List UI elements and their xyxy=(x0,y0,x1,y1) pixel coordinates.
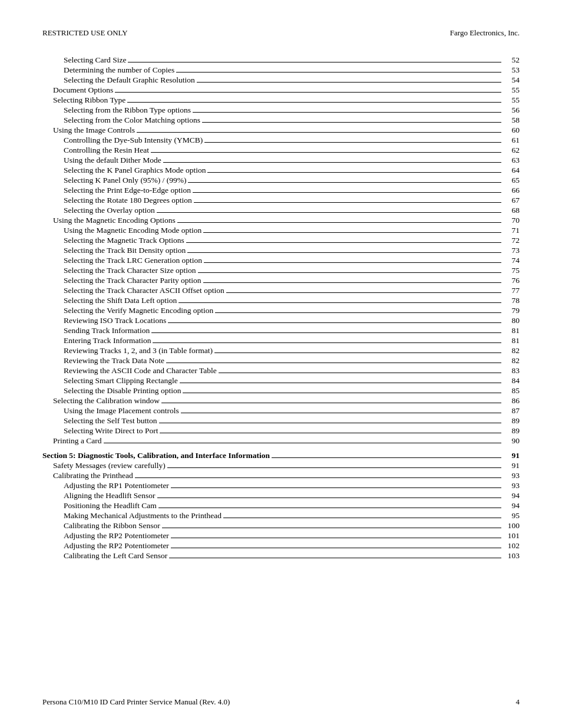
toc-row: Entering Track Information81 xyxy=(42,336,520,345)
footer: Persona C10/M10 ID Card Printer Service … xyxy=(42,697,520,707)
toc-dots xyxy=(159,423,501,423)
toc-row: Selecting K Panel Only (95%) / (99%)65 xyxy=(42,176,520,185)
toc-page: 90 xyxy=(503,436,520,446)
toc-label: Using the Magnetic Encoding Mode option xyxy=(42,226,201,235)
toc-dots xyxy=(193,192,501,193)
toc-label: Using the default Dither Mode xyxy=(42,156,161,165)
toc-page: 67 xyxy=(503,196,520,205)
toc-page: 56 xyxy=(503,106,520,115)
toc-page: 62 xyxy=(503,146,520,155)
toc-row: Selecting the Disable Printing option85 xyxy=(42,386,520,396)
toc-dots xyxy=(203,232,501,233)
toc-row: Reviewing the Track Data Note82 xyxy=(42,356,520,365)
toc-row: Using the Image Placement controls87 xyxy=(42,406,520,416)
toc-row: Section 5: Diagnostic Tools, Calibration… xyxy=(42,451,520,460)
header: RESTRICTED USE ONLY Fargo Electronics, I… xyxy=(42,28,520,38)
toc-dots xyxy=(153,342,501,343)
toc-page: 73 xyxy=(503,246,520,255)
toc-dots xyxy=(171,548,501,548)
toc-page: 89 xyxy=(503,416,520,426)
toc-label: Selecting Smart Clipping Rectangle xyxy=(42,376,178,386)
toc-dots xyxy=(157,212,501,213)
toc-label: Selecting the Default Graphic Resolution xyxy=(42,75,195,85)
toc-label: Controlling the Resin Heat xyxy=(42,146,149,155)
toc-dots xyxy=(197,82,501,83)
toc-row: Using the Magnetic Encoding Mode option7… xyxy=(42,226,520,235)
toc-row: Selecting the Self Test button89 xyxy=(42,416,520,426)
toc-page: 86 xyxy=(503,396,520,406)
toc-dots xyxy=(183,393,501,393)
toc-row: Adjusting the RP2 Potentiometer102 xyxy=(42,541,520,551)
toc-page: 84 xyxy=(503,376,520,386)
toc-row: Making Mechanical Adjustments to the Pri… xyxy=(42,511,520,521)
toc-page: 93 xyxy=(503,471,520,480)
toc-label: Selecting the Track Bit Density option xyxy=(42,246,186,255)
toc-page: 93 xyxy=(503,481,520,490)
toc-dots xyxy=(171,487,501,488)
toc-dots xyxy=(207,172,501,173)
toc-label: Selecting the Track Character ASCII Offs… xyxy=(42,286,224,295)
toc-label: Selecting Write Direct to Port xyxy=(42,426,158,436)
toc-label: Selecting from the Color Matching option… xyxy=(42,116,200,125)
toc-page: 68 xyxy=(503,206,520,215)
toc-label: Selecting the Calibration window xyxy=(42,396,160,406)
toc-dots xyxy=(166,363,501,363)
toc-dots xyxy=(135,477,501,478)
toc-row: Aligning the Headlift Sensor94 xyxy=(42,491,520,500)
toc-dots xyxy=(104,443,502,443)
toc-label: Using the Image Placement controls xyxy=(42,406,179,416)
toc-row: Selecting the Overlay option68 xyxy=(42,206,520,215)
toc-page: 100 xyxy=(503,521,520,531)
toc-label: Document Options xyxy=(42,85,113,95)
toc-dots xyxy=(194,202,501,203)
toc-row: Selecting the Track LRC Generation optio… xyxy=(42,256,520,265)
toc-page: 103 xyxy=(503,551,520,561)
toc-page: 78 xyxy=(503,296,520,305)
toc-label: Selecting the Print Edge-to-Edge option xyxy=(42,186,191,195)
toc-page: 54 xyxy=(503,75,520,85)
toc-page: 95 xyxy=(503,511,520,521)
toc-row: Using the default Dither Mode63 xyxy=(42,156,520,165)
toc-label: Selecting the Magnetic Track Options xyxy=(42,236,184,245)
toc-row: Safety Messages (review carefully)91 xyxy=(42,461,520,470)
toc-row: Calibrating the Left Card Sensor103 xyxy=(42,551,520,561)
toc-label: Selecting the Verify Magnetic Encoding o… xyxy=(42,306,213,315)
toc-row: Selecting the Track Character Size optio… xyxy=(42,266,520,275)
toc-page: 53 xyxy=(503,65,520,75)
toc-page: 85 xyxy=(503,386,520,396)
toc-dots xyxy=(223,518,501,518)
toc-label: Selecting K Panel Only (95%) / (99%) xyxy=(42,176,186,185)
toc-dots xyxy=(204,142,501,143)
toc-page: 63 xyxy=(503,156,520,165)
toc-page: 80 xyxy=(503,316,520,325)
toc-dots xyxy=(137,132,501,133)
toc-page: 75 xyxy=(503,266,520,275)
toc-dots xyxy=(176,72,501,73)
toc-row: Selecting Smart Clipping Rectangle84 xyxy=(42,376,520,386)
toc-page: 81 xyxy=(503,326,520,335)
toc-label: Selecting the Overlay option xyxy=(42,206,155,215)
toc-row: Reviewing ISO Track Locations80 xyxy=(42,316,520,325)
toc-label: Using the Magnetic Encoding Options xyxy=(42,216,176,225)
toc-label: Selecting the Self Test button xyxy=(42,416,157,426)
toc-label: Selecting Card Size xyxy=(42,55,126,65)
toc-dots xyxy=(198,272,501,273)
toc-row: Selecting the Shift Data Left option78 xyxy=(42,296,520,305)
toc-dots xyxy=(219,373,501,373)
toc-page: 89 xyxy=(503,426,520,436)
toc-page: 58 xyxy=(503,116,520,125)
toc-label: Adjusting the RP2 Potentiometer xyxy=(42,531,169,541)
toc-page: 94 xyxy=(503,491,520,500)
toc-row: Calibrating the Printhead93 xyxy=(42,471,520,480)
toc-row: Adjusting the RP1 Potentiometer93 xyxy=(42,481,520,490)
toc-row: Controlling the Dye-Sub Intensity (YMCB)… xyxy=(42,136,520,145)
toc-label: Calibrating the Ribbon Sensor xyxy=(42,521,160,531)
toc-page: 72 xyxy=(503,236,520,245)
toc-dots xyxy=(158,508,501,508)
toc-dots xyxy=(167,467,501,468)
toc-dots xyxy=(115,92,501,93)
toc-page: 60 xyxy=(503,126,520,135)
toc-dots xyxy=(193,112,501,113)
toc-dots xyxy=(168,322,501,323)
toc-dots xyxy=(127,102,501,103)
